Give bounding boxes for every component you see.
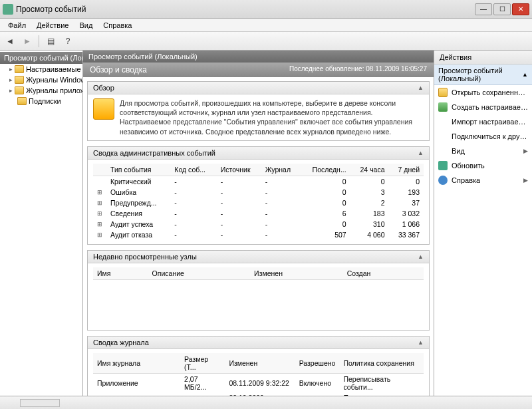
navigation-tree[interactable]: Просмотр событий (Локальны ▸Настраиваемы…: [0, 51, 83, 396]
menu-help[interactable]: Справка: [98, 20, 137, 31]
column-header[interactable]: Разрешено: [295, 353, 340, 374]
menu-file[interactable]: Файл: [3, 20, 31, 31]
tree-item-label: Журналы приложений и с: [26, 86, 82, 94]
expand-icon[interactable]: ▸: [9, 76, 13, 83]
titlebar: Просмотр событий — ☐ ✕: [0, 0, 532, 19]
column-header[interactable]: Создан: [343, 267, 424, 280]
action-label: Вид: [452, 147, 465, 155]
tree-item[interactable]: ▸Журналы приложений и с: [0, 85, 82, 96]
properties-button[interactable]: ▤: [43, 34, 58, 49]
last-updated: Последнее обновление: 08.11.2009 16:05:2…: [289, 65, 427, 74]
log-summary-title: Сводка журнала: [93, 339, 149, 346]
table-row[interactable]: ⊞Сведения---61833 032: [93, 208, 424, 219]
log-summary-header[interactable]: Сводка журнала ▲: [88, 337, 429, 349]
table-row[interactable]: События оборудования68 КБ/20 ...22.10.20…: [93, 392, 424, 396]
collapse-icon[interactable]: ▲: [418, 150, 424, 156]
actions-title: Действия: [434, 51, 532, 65]
admin-summary-header[interactable]: Сводка административных событий ▲: [88, 147, 429, 160]
action-item[interactable]: Создать настраиваемое предс...: [434, 100, 532, 114]
action-icon: [438, 132, 448, 141]
expand-icon[interactable]: ⊞: [93, 198, 106, 208]
action-item[interactable]: Справка▶: [434, 173, 532, 188]
statusbar: [0, 396, 532, 409]
tree-item[interactable]: ▸Настраиваемые представл: [0, 64, 82, 74]
expand-icon[interactable]: ⊞: [93, 229, 106, 240]
menu-action[interactable]: Действие: [31, 20, 74, 31]
action-item[interactable]: Подключиться к другому ком...: [434, 129, 532, 144]
column-header[interactable]: Последн...: [301, 164, 350, 176]
expand-icon[interactable]: ⊞: [93, 219, 106, 229]
log-name: Приложение: [93, 374, 180, 393]
column-header[interactable]: Код соб...: [170, 164, 216, 176]
column-header[interactable]: 24 часа: [350, 164, 389, 176]
overview-icon: [93, 98, 114, 120]
column-header[interactable]: Имя: [93, 267, 148, 280]
help-button[interactable]: ?: [61, 34, 75, 49]
actions-group[interactable]: Просмотр событий (Локальный) ▲: [434, 65, 532, 85]
menu-view[interactable]: Вид: [74, 20, 98, 31]
tree-root[interactable]: Просмотр событий (Локальны: [0, 52, 82, 64]
collapse-icon[interactable]: ▲: [418, 339, 424, 346]
overview-section: Обзор ▲ Для просмотра событий, произошед…: [87, 81, 430, 141]
column-header[interactable]: Изменен: [250, 267, 343, 280]
table-row[interactable]: Критический---000: [93, 176, 424, 187]
expand-icon[interactable]: [93, 176, 106, 187]
admin-summary-table[interactable]: Тип событияКод соб...ИсточникЖурналПосле…: [93, 164, 424, 240]
folder-icon: [15, 86, 24, 94]
folder-icon: [17, 97, 27, 105]
recent-nodes-table[interactable]: ИмяОписаниеИзмененСоздан: [93, 267, 424, 327]
column-header[interactable]: Размер (Т...: [180, 353, 225, 374]
chevron-up-icon[interactable]: ▲: [522, 71, 528, 78]
close-button[interactable]: ✕: [512, 3, 529, 15]
action-item[interactable]: Вид▶: [434, 144, 532, 158]
log-name: События оборудования: [93, 392, 180, 396]
column-header[interactable]: Источник: [217, 164, 261, 176]
column-header[interactable]: 7 дней: [389, 164, 424, 176]
minimize-button[interactable]: —: [475, 3, 492, 15]
main-panel: Просмотр событий (Локальный) Обзор и сво…: [83, 51, 434, 396]
column-header[interactable]: Описание: [148, 267, 250, 280]
action-icon: [438, 102, 448, 112]
tree-item-label: Подписки: [29, 97, 61, 105]
forward-button[interactable]: ►: [20, 34, 35, 49]
recent-nodes-title: Недавно просмотренные узлы: [93, 253, 197, 261]
column-header[interactable]: Политика сохранения: [339, 353, 424, 374]
overview-title: Обзор: [93, 84, 114, 92]
expand-icon[interactable]: ▸: [9, 87, 13, 94]
action-item[interactable]: Открыть сохраненный журнал...: [434, 85, 532, 100]
table-row[interactable]: ⊞Аудит успеха---03101 066: [93, 219, 424, 229]
action-label: Создать настраиваемое предс...: [452, 103, 528, 111]
expand-icon[interactable]: ▸: [9, 66, 13, 72]
collapse-icon[interactable]: ▲: [418, 253, 424, 260]
main-header: Просмотр событий (Локальный): [83, 51, 434, 63]
column-header[interactable]: Журнал: [261, 164, 301, 176]
column-header[interactable]: Изменен: [225, 353, 295, 374]
recent-nodes-header[interactable]: Недавно просмотренные узлы ▲: [88, 251, 429, 263]
log-summary-table[interactable]: Имя журналаРазмер (Т...ИзмененРазрешеноП…: [93, 353, 424, 396]
action-label: Подключиться к другому ком...: [452, 132, 528, 140]
tree-item[interactable]: Подписки: [0, 96, 82, 106]
overview-header[interactable]: Обзор ▲: [88, 82, 429, 94]
table-row[interactable]: Приложение2,07 МБ/2...08.11.2009 9:32:22…: [93, 374, 424, 393]
subtitle: Обзор и сводка: [90, 65, 147, 74]
expand-icon[interactable]: ⊞: [93, 208, 106, 219]
column-header[interactable]: Имя журнала: [93, 353, 180, 374]
column-header[interactable]: Тип события: [106, 164, 170, 176]
action-icon: [438, 88, 448, 97]
expand-icon[interactable]: ⊞: [93, 187, 106, 198]
action-item[interactable]: Импорт настраиваемого пред...: [434, 114, 532, 129]
table-row[interactable]: ⊞Ошибка---03193: [93, 187, 424, 198]
log-summary-section: Сводка журнала ▲ Имя журналаРазмер (Т...…: [87, 336, 430, 396]
action-item[interactable]: Обновить: [434, 158, 532, 173]
table-row[interactable]: ⊞Предупрежд...---0237: [93, 198, 424, 208]
horizontal-scrollbar[interactable]: [20, 399, 60, 407]
window-title: Просмотр событий: [16, 5, 475, 14]
back-button[interactable]: ◄: [3, 34, 17, 49]
folder-icon: [15, 76, 24, 84]
event-type: Предупрежд...: [106, 198, 170, 208]
table-row[interactable]: ⊞Аудит отказа---5074 06033 367: [93, 229, 424, 240]
chevron-right-icon: ▶: [523, 148, 528, 154]
tree-item[interactable]: ▸Журналы Windows: [0, 74, 82, 85]
collapse-icon[interactable]: ▲: [418, 84, 424, 91]
maximize-button[interactable]: ☐: [493, 3, 511, 15]
